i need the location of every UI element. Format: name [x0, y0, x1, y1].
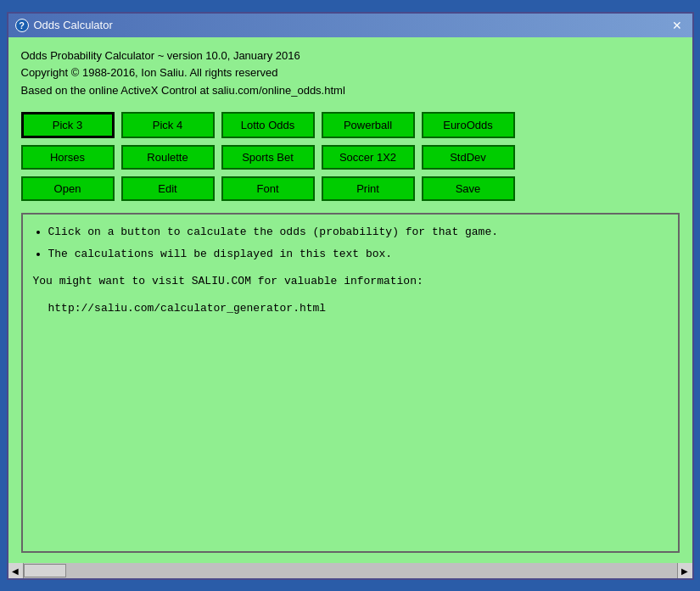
button-row-2: Horses Roulette Sports Bet Soccer 1X2 St… [21, 145, 680, 170]
text-bullet1: Click on a button to calculate the odds … [48, 223, 668, 242]
sports-bet-button[interactable]: Sports Bet [221, 145, 315, 170]
button-row-3: Open Edit Font Print Save [21, 176, 680, 201]
content-area: Odds Probability Calculator ~ version 10… [8, 37, 692, 563]
save-button[interactable]: Save [422, 176, 515, 201]
button-row-1: Pick 3 Pick 4 Lotto Odds Powerball EuroO… [21, 112, 680, 138]
close-button[interactable]: ✕ [669, 17, 686, 34]
window-title: Odds Calculator [34, 19, 113, 31]
scroll-left-button[interactable]: ◀ [8, 563, 24, 578]
header-info: Odds Probability Calculator ~ version 10… [21, 47, 680, 100]
text-bullet3: You might want to visit SALIU.COM for va… [33, 275, 423, 287]
horses-button[interactable]: Horses [21, 145, 115, 170]
header-line1: Odds Probability Calculator ~ version 10… [21, 47, 680, 65]
main-window: ? Odds Calculator ✕ Odds Probability Cal… [7, 12, 694, 580]
header-line3: Based on the online ActiveX Control at s… [21, 82, 680, 100]
font-button[interactable]: Font [221, 176, 315, 201]
title-bar-left: ? Odds Calculator [15, 19, 113, 32]
stddev-button[interactable]: StdDev [422, 145, 515, 170]
scroll-track[interactable] [24, 563, 677, 578]
soccer-button[interactable]: Soccer 1X2 [322, 145, 415, 170]
roulette-button[interactable]: Roulette [121, 145, 215, 170]
open-button[interactable]: Open [21, 176, 115, 201]
edit-button[interactable]: Edit [121, 176, 215, 201]
euro-odds-button[interactable]: EuroOdds [422, 112, 515, 138]
text-bullet2: The calculations will be displayed in th… [48, 245, 668, 264]
app-icon: ? [15, 19, 29, 32]
output-text-area[interactable]: Click on a button to calculate the odds … [21, 213, 680, 553]
header-line2: Copyright © 1988-2016, Ion Saliu. All ri… [21, 64, 680, 82]
lotto-odds-button[interactable]: Lotto Odds [221, 112, 315, 138]
pick3-button[interactable]: Pick 3 [21, 112, 115, 138]
print-button[interactable]: Print [322, 176, 415, 201]
output-content: Click on a button to calculate the odds … [33, 223, 668, 318]
title-bar: ? Odds Calculator ✕ [8, 14, 692, 37]
pick4-button[interactable]: Pick 4 [121, 112, 215, 138]
horizontal-scrollbar[interactable]: ◀ ▶ [8, 563, 692, 578]
scroll-right-button[interactable]: ▶ [677, 563, 692, 578]
text-link: http://saliu.com/calculator_generator.ht… [48, 302, 327, 315]
powerball-button[interactable]: Powerball [322, 112, 415, 138]
scroll-thumb[interactable] [24, 564, 66, 577]
